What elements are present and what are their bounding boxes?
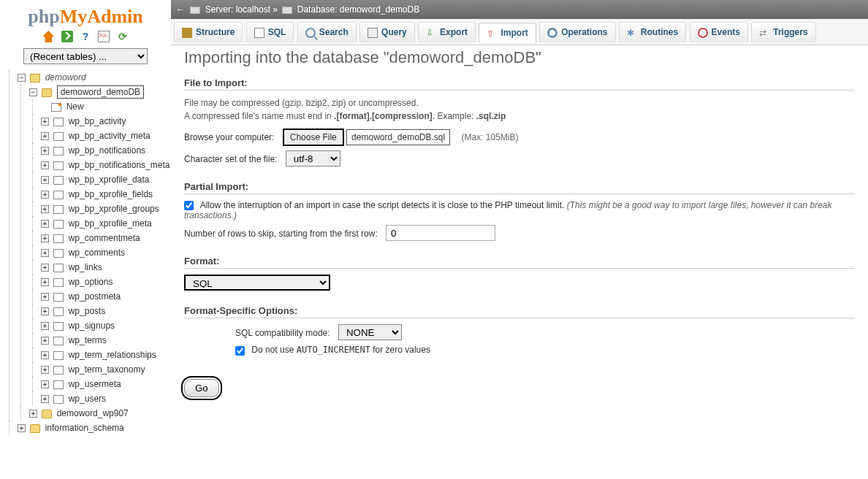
new-table-link[interactable]: New [66, 101, 84, 112]
breadcrumb-bar: ← Server: localhost » Database: demoword… [171, 0, 868, 19]
table-icon [53, 191, 64, 199]
go-button[interactable]: Go [184, 379, 219, 397]
expander-icon[interactable] [41, 322, 49, 330]
expander-icon[interactable] [41, 118, 49, 126]
tab-operations[interactable]: Operations [539, 22, 615, 42]
table-node[interactable]: wp_bp_xprofile_meta [69, 218, 152, 229]
expander-icon[interactable] [41, 191, 49, 199]
tab-routines[interactable]: ✱Routines [619, 22, 686, 42]
expander-icon[interactable] [41, 176, 49, 184]
section-format-options: Format-Specific Options: SQL compatibili… [184, 305, 855, 359]
choose-file-button[interactable]: Choose File [283, 129, 344, 146]
charset-select[interactable]: utf-8 [286, 150, 340, 166]
table-icon [53, 161, 64, 170]
format-select[interactable]: SQL [184, 275, 330, 291]
table-node[interactable]: wp_bp_xprofile_fields [69, 189, 153, 199]
expander-icon[interactable] [41, 337, 49, 345]
tab-query[interactable]: Query [359, 22, 415, 42]
expander-icon[interactable] [41, 249, 49, 257]
table-node[interactable]: wp_bp_xprofile_groups [69, 204, 159, 214]
sql-doc-icon[interactable] [98, 31, 110, 42]
tab-sql[interactable]: SQL [246, 22, 294, 42]
chosen-file-name: demoword_demoDB.sql [346, 129, 450, 145]
table-node[interactable]: wp_bp_notifications_meta [69, 160, 170, 170]
server-icon [30, 74, 40, 83]
tab-search[interactable]: Search [297, 22, 357, 42]
table-node[interactable]: wp_bp_activity_meta [69, 131, 151, 141]
table-node[interactable]: wp_term_relationships [69, 350, 156, 360]
db-node[interactable]: demoword_wp907 [57, 408, 129, 418]
breadcrumb-db[interactable]: Database: demoword_demoDB [297, 4, 419, 15]
help-icon[interactable]: ? [80, 31, 91, 42]
expander-icon[interactable] [41, 380, 49, 388]
browse-label: Browse your computer: [184, 132, 274, 142]
expander-icon[interactable] [29, 88, 37, 96]
table-icon [53, 322, 64, 331]
expander-icon[interactable] [41, 293, 49, 301]
allow-interrupt-checkbox[interactable] [184, 201, 194, 210]
table-icon [53, 395, 64, 404]
expander-icon[interactable] [18, 74, 26, 82]
table-node[interactable]: wp_comments [69, 248, 125, 258]
table-node[interactable]: wp_terms [69, 335, 107, 345]
table-icon [53, 205, 64, 214]
database-icon [282, 7, 292, 14]
compat-mode-label: SQL compatibility mode: [235, 328, 330, 338]
expander-icon[interactable] [41, 264, 49, 272]
tab-structure[interactable]: Structure [174, 22, 243, 42]
expander-icon[interactable] [41, 220, 49, 228]
table-node[interactable]: wp_links [69, 262, 102, 272]
expander-icon[interactable] [18, 424, 26, 432]
table-icon [53, 220, 64, 229]
breadcrumb-server[interactable]: Server: localhost [205, 4, 270, 15]
db-node-current[interactable]: demoword_demoDB [57, 85, 144, 99]
home-icon[interactable] [42, 31, 54, 42]
page-title: Importing into the database "demoword_de… [184, 48, 855, 67]
table-icon [53, 264, 64, 272]
table-node[interactable]: wp_term_taxonomy [69, 364, 145, 375]
table-icon [53, 147, 64, 156]
table-node[interactable]: wp_bp_activity [69, 116, 126, 126]
expander-icon[interactable] [41, 366, 49, 374]
tab-triggers[interactable]: ⇄Triggers [751, 22, 815, 42]
expander-icon[interactable] [41, 395, 49, 403]
sql-icon [254, 28, 264, 38]
expander-icon[interactable] [41, 161, 49, 169]
expander-icon[interactable] [41, 205, 49, 213]
new-table-icon [51, 103, 61, 112]
table-node[interactable]: wp_signups [69, 321, 115, 331]
tab-import[interactable]: ⇧Import [479, 23, 536, 43]
expander-icon[interactable] [41, 147, 49, 155]
section-heading: Partial Import: [184, 181, 855, 194]
reload-icon[interactable]: ⟳ [117, 31, 129, 42]
tab-events[interactable]: Events [690, 22, 748, 42]
tab-export[interactable]: ⇩Export [418, 22, 476, 42]
table-node[interactable]: wp_bp_xprofile_data [69, 175, 150, 185]
expander-icon[interactable] [41, 132, 49, 140]
table-node[interactable]: wp_commentmeta [69, 233, 140, 243]
table-node[interactable]: wp_usermeta [69, 379, 121, 389]
table-node[interactable]: wp_options [69, 277, 113, 287]
expander-icon[interactable] [41, 351, 49, 359]
table-icon [53, 118, 64, 126]
table-node[interactable]: wp_postmeta [69, 291, 121, 302]
no-autoinc-checkbox[interactable] [235, 346, 245, 356]
table-node[interactable]: wp_bp_notifications [69, 145, 145, 156]
expander-icon[interactable] [41, 307, 49, 315]
db-node[interactable]: information_schema [45, 423, 124, 433]
back-arrow-icon[interactable]: ← [175, 0, 186, 19]
expander-icon[interactable] [41, 234, 49, 242]
table-node[interactable]: wp_users [69, 394, 106, 404]
expander-icon[interactable] [41, 278, 49, 286]
table-icon [53, 293, 64, 302]
logout-icon[interactable] [61, 31, 73, 42]
server-node[interactable]: demoword [45, 72, 86, 83]
recent-tables-select[interactable]: (Recent tables) ... [23, 48, 148, 64]
structure-icon [182, 28, 192, 38]
compat-mode-select[interactable]: NONE [338, 324, 402, 340]
skip-rows-input[interactable] [386, 225, 495, 241]
expander-icon[interactable] [29, 410, 37, 418]
section-heading: Format: [184, 256, 855, 269]
triggers-icon: ⇄ [759, 28, 769, 38]
table-node[interactable]: wp_posts [69, 306, 106, 316]
